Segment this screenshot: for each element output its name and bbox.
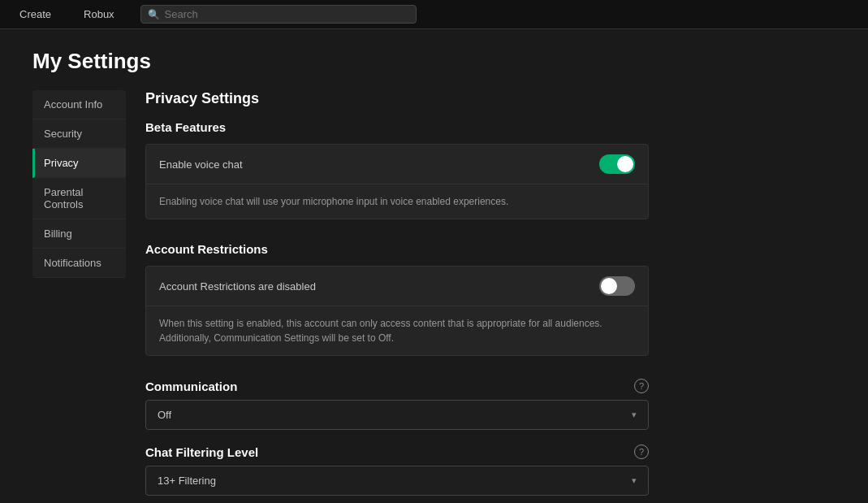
account-restrictions-row: Account Restrictions are disabled [146, 267, 648, 306]
sidebar-item-account-info[interactable]: Account Info [32, 90, 126, 119]
search-input[interactable] [165, 8, 409, 20]
main-content: Privacy Settings Beta Features Enable vo… [145, 90, 649, 503]
account-restrictions-title: Account Restrictions [145, 242, 649, 256]
account-restrictions-toggle[interactable] [599, 276, 635, 296]
page-title: My Settings [32, 49, 836, 74]
sidebar-item-notifications[interactable]: Notifications [32, 249, 126, 278]
chat-filtering-title: Chat Filtering Level [145, 445, 258, 459]
content-area: Account Info Security Privacy Parental C… [32, 90, 836, 503]
sidebar-item-billing[interactable]: Billing [32, 219, 126, 249]
voice-chat-toggle[interactable] [599, 154, 635, 174]
chat-filtering-value: 13+ Filtering [158, 475, 216, 487]
chat-filtering-help-icon[interactable]: ? [634, 444, 649, 459]
search-bar[interactable]: 🔍 [140, 5, 417, 24]
beta-features-section: Beta Features Enable voice chat Enabling… [145, 120, 649, 219]
voice-chat-desc: Enabling voice chat will use your microp… [146, 184, 648, 219]
communication-value: Off [158, 409, 171, 421]
beta-features-title: Beta Features [145, 120, 649, 134]
chat-filtering-dropdown[interactable]: 13+ Filtering ▾ [145, 466, 649, 496]
chat-filtering-section: Chat Filtering Level ? 13+ Filtering ▾ [145, 444, 649, 496]
beta-features-card: Enable voice chat Enabling voice chat wi… [145, 144, 649, 219]
top-navigation: Create Robux 🔍 [0, 0, 868, 29]
communication-chevron-icon: ▾ [632, 410, 637, 420]
voice-chat-slider [599, 154, 635, 174]
page-content: My Settings Account Info Security Privac… [0, 29, 868, 503]
account-restrictions-section: Account Restrictions Account Restriction… [145, 242, 649, 356]
sidebar-item-parental-controls[interactable]: Parental Controls [32, 178, 126, 219]
communication-help-icon[interactable]: ? [634, 379, 649, 393]
account-restrictions-slider [599, 276, 635, 296]
chat-filtering-chevron-icon: ▾ [632, 475, 637, 486]
account-restrictions-label: Account Restrictions are disabled [159, 280, 316, 293]
voice-chat-label: Enable voice chat [159, 158, 243, 171]
nav-robux[interactable]: Robux [77, 5, 121, 24]
voice-chat-row: Enable voice chat [146, 145, 648, 184]
sidebar-item-security[interactable]: Security [32, 119, 126, 149]
nav-create[interactable]: Create [13, 5, 58, 24]
section-title: Privacy Settings [145, 90, 649, 107]
chat-filtering-header: Chat Filtering Level ? [145, 444, 649, 459]
communication-header: Communication ? [145, 379, 649, 393]
communication-title: Communication [145, 379, 237, 393]
account-restrictions-card: Account Restrictions are disabled When t… [145, 266, 649, 356]
search-icon: 🔍 [148, 9, 160, 20]
communication-section: Communication ? Off ▾ [145, 379, 649, 430]
sidebar-item-privacy[interactable]: Privacy [32, 149, 126, 178]
account-restrictions-desc: When this setting is enabled, this accou… [146, 306, 648, 355]
sidebar: Account Info Security Privacy Parental C… [32, 90, 126, 278]
communication-dropdown[interactable]: Off ▾ [145, 400, 649, 430]
